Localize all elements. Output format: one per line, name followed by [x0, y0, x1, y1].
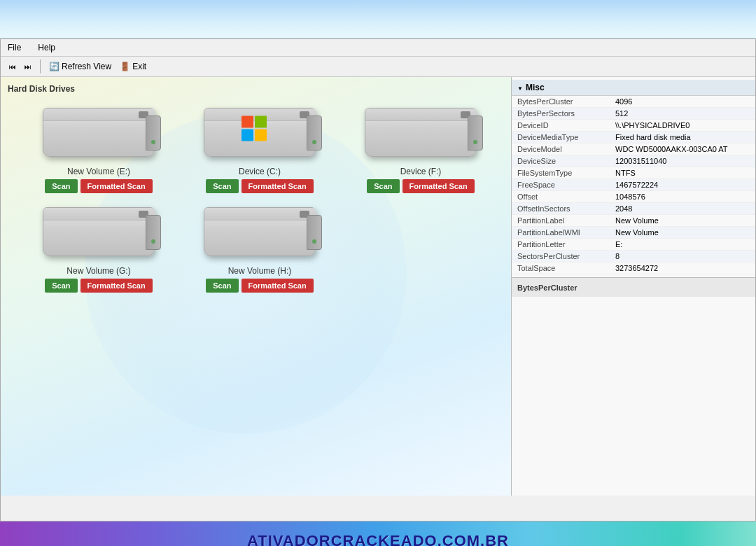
table-row: PartitionLabelNew Volume: [512, 215, 755, 227]
hdd-top-f: [365, 108, 477, 121]
next-icon: [24, 62, 31, 71]
property-value: 2048: [610, 203, 755, 215]
exit-icon: [120, 62, 130, 71]
drive-buttons-h: Scan Formatted Scan: [206, 279, 313, 293]
toolbar: Refresh View Exit: [1, 57, 755, 77]
drive-grid: New Volume (E:) Scan Formatted Scan: [8, 101, 504, 300]
windows-logo-icon: [241, 115, 267, 144]
property-value: WDC WD5000AAKX-003CA0 AT: [610, 144, 755, 155]
hdd-top-e: [43, 108, 155, 121]
drive-item-f: Device (F:) Scan Formatted Scan: [344, 108, 498, 193]
formatted-scan-button-f[interactable]: Formatted Scan: [402, 179, 475, 193]
table-row: PartitionLabelWMINew Volume: [512, 227, 755, 239]
hdd-icon-c: [204, 108, 316, 164]
table-row: DeviceModelWDC WD5000AAKX-003CA0 AT: [512, 144, 755, 155]
table-row: SectorsPerCluster8: [512, 251, 755, 262]
hdd-icon-h: [204, 207, 316, 263]
hdd-top-h: [204, 208, 316, 220]
property-key: TotalSpace: [512, 262, 610, 274]
toolbar-separator: [40, 59, 41, 74]
exit-label: Exit: [132, 62, 146, 71]
svg-rect-2: [241, 129, 253, 141]
hdd-top-g: [43, 208, 155, 220]
property-key: OffsetInSectors: [512, 203, 610, 215]
status-bar: BytesPerCluster: [512, 277, 755, 297]
table-row: PartitionLetterE:: [512, 239, 755, 251]
hdd-front-f: [468, 115, 483, 150]
scan-button-c[interactable]: Scan: [206, 179, 238, 193]
property-key: PartitionLabel: [512, 215, 610, 227]
table-row: DeviceSize120031511040: [512, 155, 755, 167]
property-value: New Volume: [610, 215, 755, 227]
property-key: PartitionLetter: [512, 239, 610, 251]
scan-button-g[interactable]: Scan: [45, 279, 77, 293]
property-value: 8: [610, 251, 755, 262]
property-key: FreeSpace: [512, 179, 610, 191]
property-key: BytesPerSectors: [512, 108, 610, 120]
property-key: BytesPerCluster: [512, 96, 610, 108]
menu-help[interactable]: Help: [35, 41, 58, 54]
menu-file[interactable]: File: [5, 41, 24, 54]
property-value: Fixed hard disk media: [610, 132, 755, 144]
refresh-icon: [49, 62, 59, 71]
drive-label-f: Device (F:): [400, 167, 442, 176]
property-value: New Volume: [610, 227, 755, 239]
property-key: SectorsPerCluster: [512, 251, 610, 262]
table-row: Offset1048576: [512, 191, 755, 203]
property-key: PartitionLabelWMI: [512, 227, 610, 239]
bottom-banner-text: ATIVADORCRACKEADO.COM.BR: [247, 532, 509, 547]
formatted-scan-button-e[interactable]: Formatted Scan: [80, 179, 153, 193]
right-panel: Misc BytesPerCluster4096BytesPerSectors5…: [512, 77, 755, 496]
hdd-icon-g: [43, 207, 155, 263]
table-row: BytesPerSectors512: [512, 108, 755, 120]
misc-table: BytesPerCluster4096BytesPerSectors512Dev…: [512, 96, 755, 274]
formatted-scan-button-g[interactable]: Formatted Scan: [80, 279, 153, 293]
left-panel: Hard Disk Drives New: [1, 77, 512, 496]
hdd-light-c: [312, 140, 316, 144]
drive-label-h: New Volume (H:): [228, 266, 292, 276]
toolbar-refresh-button[interactable]: Refresh View: [46, 60, 114, 73]
hdd-body-f: [365, 108, 477, 157]
hdd-front-e: [146, 115, 161, 150]
table-row: DeviceMediaTypeFixed hard disk media: [512, 132, 755, 144]
drive-item-h: New Volume (H:) Scan Formatted Scan: [183, 207, 337, 293]
property-key: DeviceID: [512, 120, 610, 132]
misc-header: Misc: [512, 80, 755, 96]
drive-buttons-f: Scan Formatted Scan: [367, 179, 474, 193]
hdd-icon-f: [365, 108, 477, 164]
property-value: E:: [610, 239, 755, 251]
scan-button-f[interactable]: Scan: [367, 179, 399, 193]
toolbar-next-button[interactable]: [22, 60, 34, 73]
misc-collapse-icon[interactable]: [517, 83, 523, 92]
table-row: DeviceID\\.\PHYSICALDRIVE0: [512, 120, 755, 132]
drive-buttons-g: Scan Formatted Scan: [45, 279, 152, 293]
property-value: 1048576: [610, 191, 755, 203]
drive-buttons-c: Scan Formatted Scan: [206, 179, 313, 193]
drive-label-g: New Volume (G:): [66, 266, 130, 276]
toolbar-prev-button[interactable]: [6, 60, 19, 73]
formatted-scan-button-c[interactable]: Formatted Scan: [241, 179, 314, 193]
refresh-label: Refresh View: [62, 62, 111, 71]
property-key: DeviceSize: [512, 155, 610, 167]
toolbar-exit-button[interactable]: Exit: [117, 60, 149, 73]
property-key: DeviceModel: [512, 144, 610, 155]
hdd-light-g: [151, 239, 155, 244]
formatted-scan-button-h[interactable]: Formatted Scan: [241, 279, 314, 293]
property-value: 3273654272: [610, 262, 755, 274]
main-window: File Help Refresh View Exit Hard Disk Dr…: [0, 38, 756, 522]
scan-button-e[interactable]: Scan: [45, 179, 77, 193]
bottom-banner: ATIVADORCRACKEADO.COM.BR: [0, 522, 756, 546]
drive-item-c: Device (C:) Scan Formatted Scan: [183, 108, 337, 193]
table-row: OffsetInSectors2048: [512, 203, 755, 215]
drive-item-e: New Volume (E:) Scan Formatted Scan: [22, 108, 176, 193]
hdd-front-c: [307, 115, 322, 150]
drive-buttons-e: Scan Formatted Scan: [45, 179, 152, 193]
property-value: NTFS: [610, 167, 755, 179]
property-value: \\.\PHYSICALDRIVE0: [610, 120, 755, 132]
drive-label-e: New Volume (E:): [67, 167, 130, 176]
scan-button-h[interactable]: Scan: [206, 279, 238, 293]
hdd-icon-e: [43, 108, 155, 164]
hdd-body-h: [204, 207, 316, 256]
content-area: Hard Disk Drives New: [1, 77, 755, 496]
hdd-body-c: [204, 108, 316, 157]
